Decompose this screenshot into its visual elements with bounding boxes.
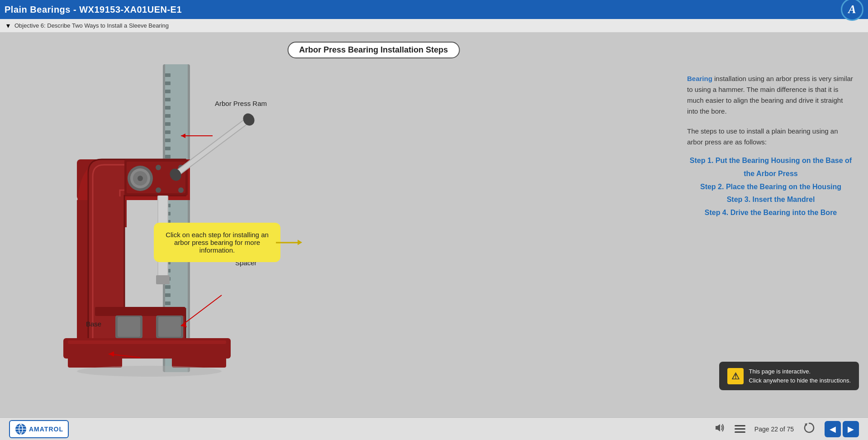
menu-line-3 xyxy=(735,431,745,433)
svg-rect-8 xyxy=(165,114,171,118)
warning-icon: ⚠ xyxy=(727,368,744,384)
title-badge: Arbor Press Bearing Installation Steps xyxy=(287,42,460,58)
header-bar: Plain Bearings - WX19153-XA01UEN-E1 A xyxy=(0,0,868,19)
prev-button[interactable]: ◀ xyxy=(825,421,841,437)
arbor-press-image xyxy=(18,55,335,386)
svg-rect-6 xyxy=(165,98,171,101)
svg-point-49 xyxy=(178,187,184,193)
amatrol-globe-icon xyxy=(14,423,27,435)
label-base: Base xyxy=(86,320,101,328)
svg-rect-3 xyxy=(165,73,171,77)
svg-rect-12 xyxy=(165,147,171,150)
main-content: Arbor Press Bearing Installation Steps xyxy=(0,33,868,417)
step-4[interactable]: Step 4. Drive the Bearing into the Bore xyxy=(687,206,854,220)
menu-icon[interactable] xyxy=(735,425,745,433)
page-title: Plain Bearings - WX19153-XA01UEN-E1 xyxy=(5,5,182,15)
svg-rect-7 xyxy=(165,106,171,110)
svg-rect-57 xyxy=(95,307,185,316)
tooltip-box[interactable]: Click on each step for installing an arb… xyxy=(154,223,280,262)
step-1[interactable]: Step 1. Put the Bearing Housing on the B… xyxy=(687,154,854,181)
svg-point-46 xyxy=(156,165,161,170)
svg-rect-11 xyxy=(165,139,171,142)
svg-rect-64 xyxy=(172,354,226,368)
svg-rect-30 xyxy=(165,293,171,297)
svg-rect-4 xyxy=(165,81,171,85)
refresh-icon[interactable] xyxy=(803,421,816,436)
svg-rect-29 xyxy=(165,285,171,289)
svg-point-48 xyxy=(156,187,161,193)
step-3[interactable]: Step 3. Insert the Mandrel xyxy=(687,193,854,206)
objective-text: Objective 6: Describe Two Ways to Instal… xyxy=(14,22,169,29)
image-area: Arbor Press Bearing Installation Steps xyxy=(0,33,678,417)
step-2[interactable]: Step 2. Place the Bearing on the Housing xyxy=(687,181,854,194)
steps-list: Step 1. Put the Bearing Housing on the B… xyxy=(687,154,854,220)
menu-line-1 xyxy=(735,425,745,426)
next-button[interactable]: ▶ xyxy=(843,421,859,437)
svg-rect-56 xyxy=(156,275,170,284)
notice-text: This page is interactive. Click anywhere… xyxy=(749,367,851,385)
steps-intro: The steps to use to install a plain bear… xyxy=(687,126,854,148)
amatrol-logo-icon: A xyxy=(841,0,863,21)
svg-point-45 xyxy=(138,176,143,181)
svg-rect-9 xyxy=(165,122,171,126)
svg-rect-65 xyxy=(68,340,226,344)
svg-rect-13 xyxy=(165,155,171,158)
nav-buttons: ◀ ▶ xyxy=(825,421,859,437)
sound-icon[interactable] xyxy=(713,421,726,436)
amatrol-brand-text: AMATROL xyxy=(29,426,63,433)
svg-rect-5 xyxy=(165,90,171,93)
menu-line-2 xyxy=(735,428,745,430)
description-paragraph: Bearing installation using an arbor pres… xyxy=(687,73,854,117)
label-ram: Arbor Press Ram xyxy=(215,100,267,107)
interactive-notice[interactable]: ⚠ This page is interactive. Click anywhe… xyxy=(719,362,859,390)
svg-point-66 xyxy=(77,366,222,377)
objective-bar: ▾ Objective 6: Describe Two Ways to Inst… xyxy=(0,19,868,33)
svg-rect-61 xyxy=(158,317,181,337)
chevron-down-icon[interactable]: ▾ xyxy=(5,22,12,29)
svg-rect-59 xyxy=(118,317,140,337)
text-area: Bearing installation using an arbor pres… xyxy=(678,33,868,417)
footer: AMATROL Page 22 of 75 xyxy=(0,417,868,440)
svg-marker-77 xyxy=(716,424,720,431)
svg-rect-31 xyxy=(165,301,171,305)
page-info: Page 22 of 75 xyxy=(754,426,794,433)
footer-controls: Page 22 of 75 ◀ ▶ xyxy=(713,421,859,437)
amatrol-brand-logo: AMATROL xyxy=(9,420,69,438)
svg-rect-10 xyxy=(165,130,171,134)
